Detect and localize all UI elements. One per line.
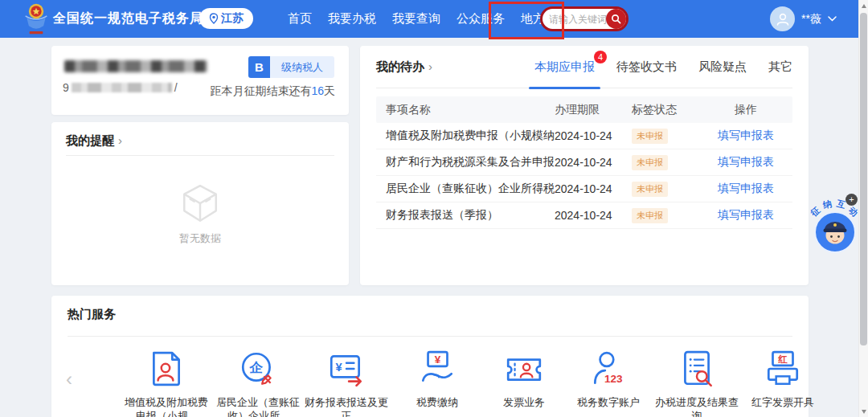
doc-person-icon [146, 349, 186, 389]
tab-documents-to-sign[interactable]: 待签收文书 [616, 46, 677, 88]
user-name: **薇 [801, 12, 821, 27]
col-deadline: 办理期限 [555, 103, 632, 117]
hand-yuan-icon: ¥ [417, 349, 457, 389]
item-name: 增值税及附加税费申报（小规模纳税人） [386, 129, 555, 143]
top-header: 全国统一规范电子税务局 江苏 首页 我要办税 我要查询 公众服务 地方特色 [0, 0, 858, 38]
ticket-person-icon [504, 349, 544, 389]
fill-form-link[interactable]: 填写申报表 [718, 182, 774, 194]
status-badge: 未申报 [632, 208, 668, 223]
item-deadline: 2024-10-24 [555, 129, 632, 142]
hot-services-card: 热门服务 ‹ › 增值税及附加税费申报（小规... 企 居民企业（查账征收）企业… [51, 296, 809, 417]
interaction-widget[interactable]: 征 纳 互 动 + [812, 186, 858, 256]
mascot-avatar-icon[interactable] [814, 211, 856, 256]
tab-label: 风险疑点 [698, 59, 747, 75]
status-badge: 未申报 [632, 182, 668, 197]
tab-label: 待签收文书 [616, 59, 677, 75]
status-badge: 未申报 [632, 155, 668, 170]
credit-rating-badge[interactable]: B 级纳税人 [248, 56, 334, 78]
todo-header: 我的待办› 本期应申报 4 待签收文书 风险疑点 其它 [376, 46, 792, 88]
col-item-name: 事项名称 [386, 103, 555, 117]
nav-item-query[interactable]: 我要查询 [391, 11, 442, 27]
carousel-prev-icon[interactable]: ‹ [66, 370, 72, 389]
search-icon [611, 14, 621, 24]
doc-search-icon [677, 349, 717, 389]
deadline-prefix: 距本月征期结束还有 [210, 84, 311, 97]
user-menu[interactable]: **薇 [770, 0, 837, 38]
fill-form-link[interactable]: 填写申报表 [718, 208, 774, 221]
search-button[interactable] [606, 9, 626, 29]
tab-current-filing[interactable]: 本期应申报 4 [534, 46, 595, 88]
vertical-scrollbar [858, 0, 868, 417]
deadline-suffix: 天 [324, 84, 335, 97]
scroll-down-arrow[interactable] [859, 406, 868, 417]
svg-text:¥: ¥ [435, 354, 441, 366]
service-label: 居民企业（查账征收）企业所... [214, 395, 302, 417]
todo-table: 事项名称 办理期限 标签状态 操作 增值税及附加税费申报（小规模纳税人） 202… [376, 96, 792, 229]
nav-item-tax-handle[interactable]: 我要办税 [326, 11, 378, 27]
taxpayer-id-prefix: 9 [63, 81, 69, 94]
item-deadline: 2024-10-24 [555, 209, 632, 222]
hot-services-title: 热门服务 [68, 307, 116, 322]
chevron-right-icon: › [118, 133, 122, 147]
item-name: 居民企业（查账征收）企业所得税月（... [386, 182, 555, 196]
user-icon [775, 11, 791, 27]
divider [66, 155, 334, 156]
table-row: 财产和行为税税源采集及合并申报 2024-10-24 未申报 填写申报表 [376, 149, 792, 176]
item-name: 财产和行为税税源采集及合并申报 [386, 155, 555, 170]
my-reminders-title[interactable]: 我的提醒› [66, 133, 122, 149]
tab-risk-doubts[interactable]: 风险疑点 [698, 46, 747, 88]
tax-bureau-emblem-icon [24, 2, 48, 39]
svg-text:红: 红 [777, 354, 788, 364]
service-financial-report[interactable]: ¥ 财务报表报送及更正 [302, 349, 391, 417]
region-selector[interactable]: 江苏 [199, 8, 253, 29]
empty-state-text: 暂无数据 [179, 231, 221, 246]
svg-text:123: 123 [604, 373, 623, 385]
service-progress-query[interactable]: 办税进度及结果查询 [653, 349, 741, 417]
my-todo-title-text: 我的待办 [376, 59, 424, 73]
tab-others[interactable]: 其它 [768, 46, 792, 88]
site-title: 全国统一规范电子税务局 [53, 10, 203, 27]
table-row: 财务报表报送（季报） 2024-10-24 未申报 填写申报表 [376, 202, 792, 229]
my-todo-title[interactable]: 我的待办› [376, 59, 432, 75]
service-invoice-business[interactable]: 发票业务 [480, 349, 568, 409]
fill-form-link[interactable]: 填写申报表 [718, 155, 774, 168]
service-resident-enterprise-tax[interactable]: 企 居民企业（查账征收）企业所... [214, 349, 302, 417]
masked-id-strip [72, 83, 172, 92]
chevron-down-icon [828, 16, 837, 22]
item-deadline: 2024-10-24 [555, 182, 632, 195]
scroll-up-arrow[interactable] [859, 0, 868, 11]
mascot-expand-icon[interactable]: + [845, 194, 858, 206]
svg-text:企: 企 [249, 360, 264, 375]
nav-item-home[interactable]: 首页 [286, 11, 313, 27]
credit-grade: B [248, 56, 270, 78]
person-123-icon: 123 [588, 349, 628, 389]
col-action: 操作 [709, 103, 783, 117]
chevron-right-icon: › [428, 59, 432, 73]
service-tax-payment[interactable]: ¥ 税费缴纳 [393, 349, 481, 409]
service-label: 发票业务 [480, 395, 568, 409]
tab-count-badge: 4 [594, 51, 607, 63]
region-label: 江苏 [221, 11, 244, 26]
my-todo-card: 我的待办› 本期应申报 4 待签收文书 风险疑点 其它 事项名称 办理期限 标签… [360, 46, 809, 285]
scrollbar-thumb[interactable] [860, 13, 867, 345]
service-label: 增值税及附加税费申报（小规... [122, 395, 211, 417]
item-name: 财务报表报送（季报） [386, 208, 555, 223]
svg-text:¥: ¥ [336, 361, 343, 374]
location-pin-icon [209, 13, 219, 24]
fill-form-link[interactable]: 填写申报表 [718, 129, 774, 141]
enterprise-pencil-icon: 企 [238, 349, 278, 389]
empty-state: 暂无数据 [51, 183, 349, 246]
service-red-invoice[interactable]: 红 红字发票开具 [739, 349, 827, 409]
report-arrow-icon: ¥ [326, 349, 366, 389]
deadline-days: 16 [311, 84, 324, 97]
service-vat-filing[interactable]: 增值税及附加税费申报（小规... [122, 349, 211, 417]
service-digital-account[interactable]: 123 税务数字账户 [564, 349, 653, 409]
divider [68, 336, 792, 337]
annotation-highlight-box [489, 2, 564, 39]
table-header-row: 事项名称 办理期限 标签状态 操作 [376, 96, 792, 123]
service-label: 财务报表报送及更正 [302, 395, 391, 417]
col-status: 标签状态 [632, 103, 709, 117]
credit-grade-label: 级纳税人 [270, 56, 334, 78]
table-row: 增值税及附加税费申报（小规模纳税人） 2024-10-24 未申报 填写申报表 [376, 123, 792, 149]
service-label: 税费缴纳 [393, 395, 481, 409]
